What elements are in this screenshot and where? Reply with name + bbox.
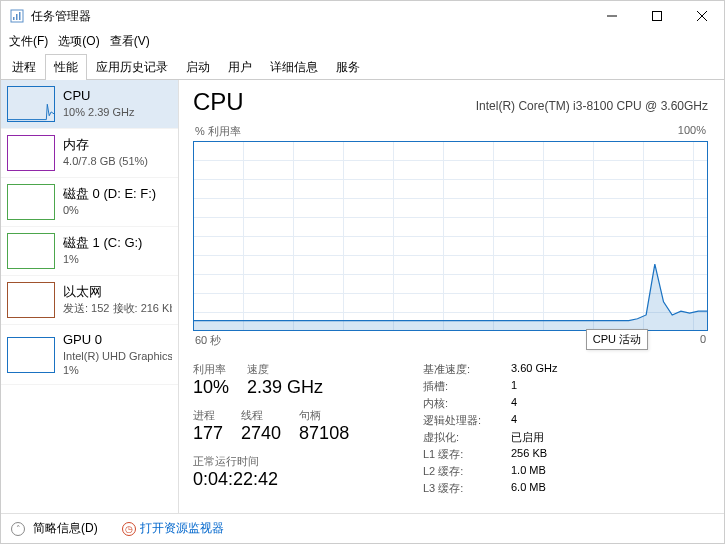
sidebar-item-cpu[interactable]: CPU 10% 2.39 GHz [1, 80, 178, 129]
cpu-model: Intel(R) Core(TM) i3-8100 CPU @ 3.60GHz [476, 99, 708, 113]
proc-value: 177 [193, 423, 223, 444]
gpu-mini-graph [7, 337, 55, 373]
threads-label: 线程 [241, 408, 281, 423]
window-title: 任务管理器 [31, 8, 589, 25]
chart-tooltip: CPU 活动 [586, 329, 648, 350]
sidebar-item-disk0[interactable]: 磁盘 0 (D: E: F:) 0% [1, 178, 178, 227]
util-value: 10% [193, 377, 229, 398]
handles-label: 句柄 [299, 408, 349, 423]
menubar: 文件(F) 选项(O) 查看(V) [1, 31, 724, 54]
tab-performance[interactable]: 性能 [45, 54, 87, 80]
maximize-button[interactable] [634, 1, 679, 31]
sockets-v: 1 [511, 379, 557, 394]
basespeed-l: 基准速度: [423, 362, 495, 377]
l2-v: 1.0 MB [511, 464, 557, 479]
sidebar-disk0-title: 磁盘 0 (D: E: F:) [63, 186, 156, 203]
tab-details[interactable]: 详细信息 [261, 54, 327, 80]
minimize-button[interactable] [589, 1, 634, 31]
menu-options[interactable]: 选项(O) [58, 33, 99, 50]
threads-value: 2740 [241, 423, 281, 444]
sidebar-disk1-sub: 1% [63, 252, 142, 266]
sidebar-cpu-title: CPU [63, 88, 135, 105]
logical-v: 4 [511, 413, 557, 428]
sidebar-item-gpu[interactable]: GPU 0 Intel(R) UHD Graphics 630 1% [1, 325, 178, 385]
sidebar-gpu-title: GPU 0 [63, 332, 172, 349]
sidebar-disk0-sub: 0% [63, 203, 156, 217]
svg-rect-3 [19, 12, 21, 20]
svg-rect-1 [13, 17, 15, 20]
tab-services[interactable]: 服务 [327, 54, 369, 80]
eth-mini-graph [7, 282, 55, 318]
proc-label: 进程 [193, 408, 223, 423]
cores-l: 内核: [423, 396, 495, 411]
speed-label: 速度 [247, 362, 323, 377]
disk0-mini-graph [7, 184, 55, 220]
sidebar-item-memory[interactable]: 内存 4.0/7.8 GB (51%) [1, 129, 178, 178]
uptime-value: 0:04:22:42 [193, 469, 393, 490]
speed-value: 2.39 GHz [247, 377, 323, 398]
sidebar-disk1-title: 磁盘 1 (C: G:) [63, 235, 142, 252]
svg-rect-2 [16, 14, 18, 20]
virt-v: 已启用 [511, 430, 557, 445]
l1-v: 256 KB [511, 447, 557, 462]
tab-app-history[interactable]: 应用历史记录 [87, 54, 177, 80]
basespeed-v: 3.60 GHz [511, 362, 557, 377]
detail-heading: CPU [193, 88, 244, 116]
handles-value: 87108 [299, 423, 349, 444]
cpu-utilization-chart[interactable] [193, 141, 708, 331]
resource-monitor-label: 打开资源监视器 [140, 520, 224, 537]
virt-l: 虚拟化: [423, 430, 495, 445]
sidebar-mem-sub: 4.0/7.8 GB (51%) [63, 154, 148, 168]
uptime-label: 正常运行时间 [193, 454, 393, 469]
fewer-details-link[interactable]: 简略信息(D) [33, 520, 98, 537]
l2-l: L2 缓存: [423, 464, 495, 479]
menu-file[interactable]: 文件(F) [9, 33, 48, 50]
svg-rect-5 [652, 12, 661, 21]
sidebar-eth-title: 以太网 [63, 284, 172, 301]
tabbar: 进程 性能 应用历史记录 启动 用户 详细信息 服务 [1, 54, 724, 80]
sidebar-mem-title: 内存 [63, 137, 148, 154]
sidebar-gpu-sub2: 1% [63, 363, 172, 377]
tab-startup[interactable]: 启动 [177, 54, 219, 80]
perf-sidebar: CPU 10% 2.39 GHz 内存 4.0/7.8 GB (51%) 磁盘 … [1, 80, 179, 525]
chart-x-right: 0 [700, 333, 706, 348]
cpu-mini-graph [7, 86, 55, 122]
tab-processes[interactable]: 进程 [3, 54, 45, 80]
sockets-l: 插槽: [423, 379, 495, 394]
close-button[interactable] [679, 1, 724, 31]
footer: ˄ 简略信息(D) ◷ 打开资源监视器 [1, 513, 724, 543]
resource-monitor-icon: ◷ [122, 522, 136, 536]
tab-users[interactable]: 用户 [219, 54, 261, 80]
chart-y-label: % 利用率 [195, 124, 241, 139]
sidebar-gpu-sub: Intel(R) UHD Graphics 630 [63, 349, 172, 363]
l1-l: L1 缓存: [423, 447, 495, 462]
titlebar: 任务管理器 [1, 1, 724, 31]
open-resource-monitor-link[interactable]: ◷ 打开资源监视器 [122, 520, 224, 537]
sidebar-cpu-sub: 10% 2.39 GHz [63, 105, 135, 119]
sidebar-item-disk1[interactable]: 磁盘 1 (C: G:) 1% [1, 227, 178, 276]
app-icon [9, 8, 25, 24]
menu-view[interactable]: 查看(V) [110, 33, 150, 50]
l3-l: L3 缓存: [423, 481, 495, 496]
chevron-up-icon[interactable]: ˄ [11, 522, 25, 536]
chart-x-left: 60 秒 [195, 333, 221, 348]
chart-y-max: 100% [678, 124, 706, 139]
cpu-spec-grid: 基准速度:3.60 GHz 插槽:1 内核:4 逻辑处理器:4 虚拟化:已启用 … [423, 362, 557, 496]
window-controls [589, 1, 724, 31]
cores-v: 4 [511, 396, 557, 411]
detail-pane: CPU Intel(R) Core(TM) i3-8100 CPU @ 3.60… [179, 80, 724, 525]
memory-mini-graph [7, 135, 55, 171]
sidebar-eth-sub: 发送: 152 接收: 216 Kbps [63, 301, 172, 315]
sidebar-item-ethernet[interactable]: 以太网 发送: 152 接收: 216 Kbps [1, 276, 178, 325]
logical-l: 逻辑处理器: [423, 413, 495, 428]
disk1-mini-graph [7, 233, 55, 269]
l3-v: 6.0 MB [511, 481, 557, 496]
util-label: 利用率 [193, 362, 229, 377]
